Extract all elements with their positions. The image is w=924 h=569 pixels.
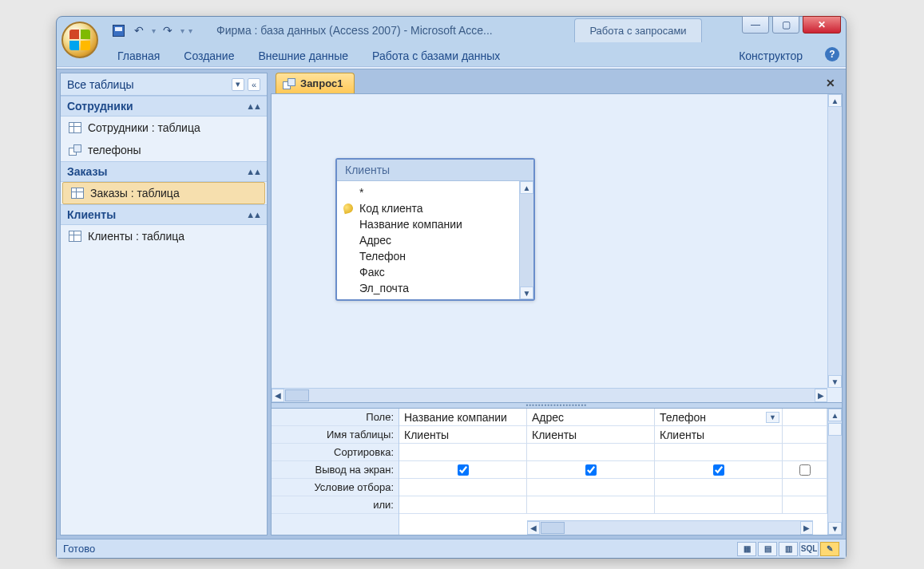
scroll-down-icon[interactable]: ▼ bbox=[828, 522, 842, 535]
grid-row-label: Условие отбора: bbox=[272, 479, 399, 496]
nav-group-header[interactable]: Сотрудники▲▲ bbox=[61, 96, 267, 117]
nav-item[interactable]: Клиенты : таблица bbox=[61, 225, 267, 247]
nav-group-header[interactable]: Клиенты▲▲ bbox=[61, 204, 267, 225]
save-button[interactable] bbox=[109, 22, 127, 39]
close-button[interactable]: ✕ bbox=[803, 16, 841, 34]
table-field-list[interactable]: Клиенты *Код клиентаНазвание компанииАдр… bbox=[335, 158, 535, 301]
nav-item-label: Заказы : таблица bbox=[90, 187, 180, 200]
field-list-scrollbar[interactable]: ▲ ▼ bbox=[519, 181, 533, 299]
scroll-down-icon[interactable]: ▼ bbox=[520, 286, 533, 299]
grid-cell-or[interactable] bbox=[527, 496, 655, 514]
upper-horizontal-scrollbar[interactable]: ◀ ▶ bbox=[272, 388, 827, 402]
field-item[interactable]: Эл_почта bbox=[337, 280, 519, 296]
design-upper-pane[interactable]: Клиенты *Код клиентаНазвание компанииАдр… bbox=[272, 94, 842, 388]
grid-cell-or[interactable] bbox=[399, 496, 527, 514]
scroll-thumb[interactable] bbox=[541, 522, 565, 534]
grid-cell-show[interactable] bbox=[655, 461, 783, 479]
nav-dropdown-icon[interactable]: ▾ bbox=[232, 78, 244, 91]
field-item[interactable]: * bbox=[337, 184, 519, 200]
nav-header[interactable]: Все таблицы ▾ « bbox=[61, 73, 267, 96]
grid-cell-field[interactable]: Адрес bbox=[527, 409, 655, 426]
field-item[interactable]: Код клиента bbox=[337, 200, 519, 216]
grid-row-label: Сортировка: bbox=[272, 444, 399, 461]
view-button[interactable]: ✎ bbox=[820, 542, 839, 556]
scroll-track[interactable] bbox=[520, 194, 533, 286]
grid-cell-table[interactable]: Клиенты bbox=[399, 426, 527, 444]
grid-cell-table[interactable]: Клиенты bbox=[655, 426, 783, 444]
grid-cell-sort[interactable] bbox=[527, 444, 655, 461]
grid-cell-empty[interactable] bbox=[783, 444, 827, 461]
view-button[interactable]: ▤ bbox=[758, 542, 777, 556]
grid-cell-criteria[interactable] bbox=[655, 479, 783, 496]
field-list[interactable]: *Код клиентаНазвание компанииАдресТелефо… bbox=[337, 181, 519, 299]
grid-cell-empty[interactable] bbox=[783, 496, 827, 514]
scroll-down-icon[interactable]: ▼ bbox=[828, 375, 842, 388]
grid-cell-field[interactable]: Телефон bbox=[655, 409, 783, 426]
ribbon-tab-dbtools[interactable]: Работа с базами данных bbox=[361, 45, 511, 66]
grid-cell-empty[interactable] bbox=[783, 461, 827, 479]
grid-cell-sort[interactable] bbox=[655, 444, 783, 461]
grid-row-label: Вывод на экран: bbox=[272, 461, 399, 479]
lower-vertical-scrollbar[interactable]: ▲ ▼ bbox=[827, 409, 842, 535]
nav-collapse-icon[interactable]: « bbox=[248, 78, 260, 91]
grid-cell-criteria[interactable] bbox=[399, 479, 527, 496]
table-icon bbox=[71, 188, 84, 199]
pane-splitter[interactable]: ▪▪▪▪▪▪▪▪▪▪▪▪▪▪▪▪▪▪▪▪ bbox=[272, 402, 842, 409]
field-item[interactable]: Факс bbox=[337, 264, 519, 280]
redo-button[interactable]: ↷ bbox=[159, 22, 176, 39]
grid-cell-empty[interactable] bbox=[783, 426, 827, 444]
view-button[interactable]: ▥ bbox=[779, 542, 798, 556]
nav-item[interactable]: Заказы : таблица bbox=[62, 182, 265, 204]
ribbon-tab-external[interactable]: Внешние данные bbox=[247, 45, 359, 66]
show-checkbox[interactable] bbox=[585, 464, 597, 476]
scroll-right-icon[interactable]: ▶ bbox=[815, 389, 827, 402]
maximize-button[interactable]: ▢ bbox=[772, 16, 799, 34]
table-icon bbox=[69, 231, 81, 242]
minimize-button[interactable]: ― bbox=[742, 16, 769, 34]
field-item[interactable]: Название компании bbox=[337, 216, 519, 232]
upper-vertical-scrollbar[interactable]: ▲ ▼ bbox=[827, 94, 842, 388]
redo-dropdown[interactable]: ▾ bbox=[180, 26, 184, 35]
query-icon bbox=[283, 78, 295, 89]
scroll-up-icon[interactable]: ▲ bbox=[828, 409, 842, 421]
grid-row-labels: Поле:Имя таблицы:Сортировка:Вывод на экр… bbox=[272, 409, 399, 535]
show-checkbox[interactable] bbox=[458, 464, 469, 476]
field-item[interactable]: Адрес bbox=[337, 232, 519, 248]
grid-cell-field[interactable]: Название компании bbox=[399, 409, 527, 426]
ribbon-tab-create[interactable]: Создание bbox=[173, 45, 245, 66]
scroll-thumb[interactable] bbox=[285, 389, 309, 401]
grid-cell-empty[interactable] bbox=[783, 409, 827, 426]
table-box-title[interactable]: Клиенты bbox=[337, 160, 533, 181]
grid-cell-criteria[interactable] bbox=[527, 479, 655, 496]
ribbon-tab-home[interactable]: Главная bbox=[106, 45, 171, 66]
grid-cell-or[interactable] bbox=[655, 496, 783, 514]
scroll-up-icon[interactable]: ▲ bbox=[828, 94, 842, 107]
nav-group-header[interactable]: Заказы▲▲ bbox=[61, 161, 267, 182]
grid-cell-sort[interactable] bbox=[399, 444, 527, 461]
qat-customize[interactable]: ▾ bbox=[188, 26, 192, 35]
grid-cell-show[interactable] bbox=[527, 461, 655, 479]
scroll-left-icon[interactable]: ◀ bbox=[272, 389, 284, 402]
undo-button[interactable]: ↶ bbox=[130, 22, 148, 39]
nav-item[interactable]: Сотрудники : таблица bbox=[61, 117, 267, 139]
scroll-left-icon[interactable]: ◀ bbox=[527, 521, 540, 535]
ribbon-tab-design[interactable]: Конструктор bbox=[728, 45, 814, 66]
view-button[interactable]: SQL bbox=[799, 542, 819, 556]
scroll-right-icon[interactable]: ▶ bbox=[800, 521, 813, 535]
nav-item[interactable]: телефоны bbox=[61, 139, 267, 161]
show-checkbox[interactable] bbox=[713, 464, 724, 476]
grid-cell-empty[interactable] bbox=[783, 479, 827, 496]
column-selector[interactable] bbox=[828, 423, 842, 436]
collapse-icon: ▲▲ bbox=[246, 210, 260, 219]
lower-horizontal-scrollbar[interactable]: ◀ ▶ bbox=[527, 520, 813, 535]
help-button[interactable]: ? bbox=[825, 47, 839, 61]
undo-dropdown[interactable]: ▾ bbox=[151, 26, 156, 35]
document-tab[interactable]: Запрос1 bbox=[276, 73, 355, 93]
grid-cell-show[interactable] bbox=[399, 461, 527, 479]
field-item[interactable]: Телефон bbox=[337, 248, 519, 264]
view-button[interactable]: ▦ bbox=[737, 542, 756, 556]
scroll-up-icon[interactable]: ▲ bbox=[520, 181, 533, 194]
office-button[interactable] bbox=[61, 22, 98, 58]
grid-cell-table[interactable]: Клиенты bbox=[527, 426, 655, 444]
document-close-button[interactable]: ✕ bbox=[823, 76, 838, 90]
